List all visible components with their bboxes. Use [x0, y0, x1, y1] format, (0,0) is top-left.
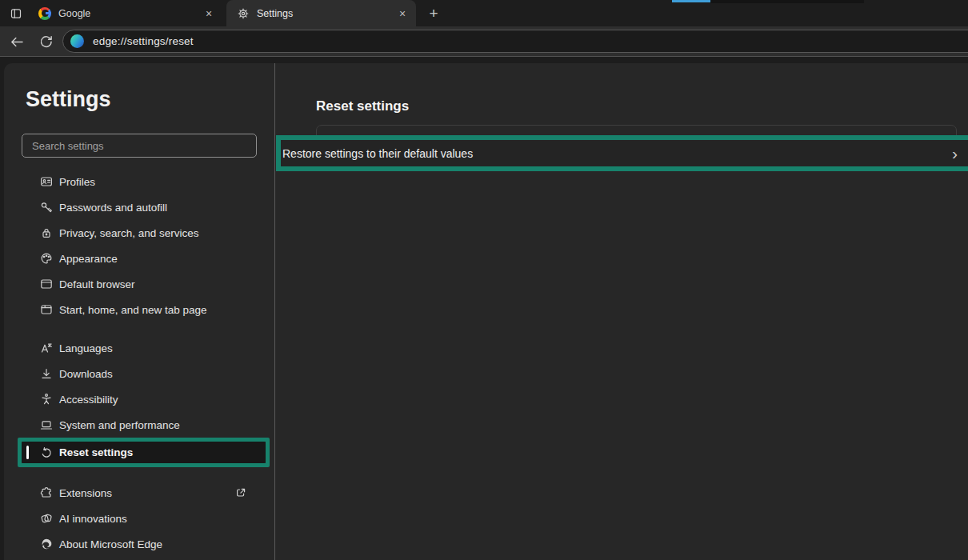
- sidebar-item-label: Profiles: [59, 176, 95, 188]
- sidebar-item-appearance[interactable]: Appearance: [22, 246, 257, 271]
- sidebar-item-label: Accessibility: [59, 394, 118, 406]
- sidebar-group-3: Extensions AI innovations: [22, 480, 257, 557]
- sidebar-item-label: Privacy, search, and services: [59, 227, 199, 239]
- tab-close-button[interactable]: ×: [202, 6, 216, 21]
- edge-logo-icon: [40, 538, 53, 550]
- new-tab-button[interactable]: +: [424, 4, 443, 23]
- edge-favicon-icon: [70, 34, 84, 48]
- sidebar-item-label: Languages: [59, 342, 113, 354]
- sidebar-item-label: AI innovations: [59, 513, 127, 525]
- tab-actions-icon: [10, 7, 22, 20]
- tab-google[interactable]: Google ×: [28, 0, 222, 26]
- sidebar-nav: Profiles Passwords and autofill Privacy,…: [22, 169, 257, 557]
- copilot-icon: [40, 512, 53, 525]
- sidebar-item-label: Appearance: [59, 253, 118, 265]
- tab-title: Google: [58, 8, 202, 19]
- puzzle-icon: [40, 486, 53, 499]
- settings-panel: Settings Profiles: [4, 63, 968, 560]
- tab-close-button[interactable]: ×: [395, 6, 410, 21]
- settings-sidebar: Settings Profiles: [4, 63, 274, 560]
- key-icon: [40, 201, 53, 214]
- restore-settings-label: Restore settings to their default values: [281, 147, 473, 160]
- sidebar-item-accessibility[interactable]: Accessibility: [22, 386, 257, 412]
- restore-settings-row[interactable]: Restore settings to their default values: [281, 147, 473, 160]
- sidebar-item-default-browser[interactable]: Default browser: [22, 271, 257, 297]
- sidebar-title: Settings: [26, 87, 257, 112]
- sidebar-item-label: Start, home, and new tab page: [59, 304, 207, 316]
- tab-settings-active[interactable]: Settings ×: [226, 0, 416, 26]
- sidebar-item-label: Extensions: [59, 487, 112, 499]
- back-button[interactable]: [6, 31, 27, 52]
- sidebar-group-1: Profiles Passwords and autofill Privacy,…: [22, 169, 257, 322]
- sidebar-item-label: Reset settings: [59, 446, 133, 458]
- sidebar-item-reset-settings[interactable]: Reset settings: [22, 442, 266, 463]
- sidebar-item-label: Default browser: [59, 278, 135, 290]
- tab-actions-menu-button[interactable]: [6, 5, 26, 22]
- laptop-icon: [40, 418, 53, 431]
- sidebar-item-label: Passwords and autofill: [59, 202, 167, 214]
- google-favicon-icon: [38, 7, 51, 20]
- refresh-icon: [38, 34, 54, 50]
- sidebar-item-label: Downloads: [59, 368, 113, 380]
- external-link-icon: [234, 486, 247, 499]
- sidebar-item-downloads[interactable]: Downloads: [22, 361, 257, 386]
- sidebar-item-system[interactable]: System and performance: [22, 412, 257, 438]
- tab-title: Settings: [257, 8, 395, 19]
- chevron-right-icon: ›: [952, 144, 958, 161]
- address-bar[interactable]: edge://settings/reset: [62, 30, 968, 53]
- page-title: Reset settings: [316, 98, 409, 114]
- refresh-button[interactable]: [35, 31, 56, 52]
- settings-page: Settings Profiles: [0, 56, 968, 560]
- browser-window-icon: [40, 278, 53, 290]
- sidebar-item-languages[interactable]: Languages: [22, 335, 257, 361]
- new-tab-page-icon: [40, 303, 53, 316]
- sidebar-item-start-home[interactable]: Start, home, and new tab page: [22, 297, 257, 322]
- sidebar-item-passwords[interactable]: Passwords and autofill: [22, 194, 257, 220]
- accessibility-person-icon: [40, 393, 53, 406]
- reset-arrow-icon: [40, 446, 53, 459]
- tab-strip: Google × Settings × +: [0, 0, 968, 26]
- sidebar-item-ai-innovations[interactable]: AI innovations: [22, 506, 257, 531]
- translate-icon: [40, 342, 53, 354]
- sidebar-item-label: About Microsoft Edge: [59, 538, 162, 550]
- top-dark-strip: [710, 0, 864, 3]
- sidebar-item-privacy[interactable]: Privacy, search, and services: [22, 220, 257, 246]
- selected-indicator-bar: [26, 446, 29, 459]
- search-settings-input[interactable]: [22, 134, 257, 158]
- annotation-box-restore-settings: Restore settings to their default values…: [276, 135, 968, 171]
- url-text: edge://settings/reset: [93, 35, 194, 47]
- annotation-box-reset-settings: Reset settings: [18, 438, 270, 467]
- sidebar-item-label: System and performance: [59, 419, 180, 431]
- palette-icon: [40, 252, 53, 265]
- sidebar-item-profiles[interactable]: Profiles: [22, 169, 257, 194]
- sidebar-group-2: Languages Downloads Accessibility: [22, 335, 257, 467]
- profiles-card-icon: [40, 175, 53, 188]
- lock-icon: [40, 226, 53, 239]
- download-arrow-icon: [40, 367, 53, 380]
- sidebar-item-about-edge[interactable]: About Microsoft Edge: [22, 531, 257, 557]
- browser-toolbar: edge://settings/reset: [0, 26, 968, 56]
- main-content: Reset settings Restore settings to their…: [275, 63, 968, 560]
- back-arrow-icon: [10, 34, 25, 50]
- top-blue-strip: [672, 0, 710, 2]
- gear-icon: [237, 7, 250, 20]
- sidebar-item-extensions[interactable]: Extensions: [22, 480, 257, 506]
